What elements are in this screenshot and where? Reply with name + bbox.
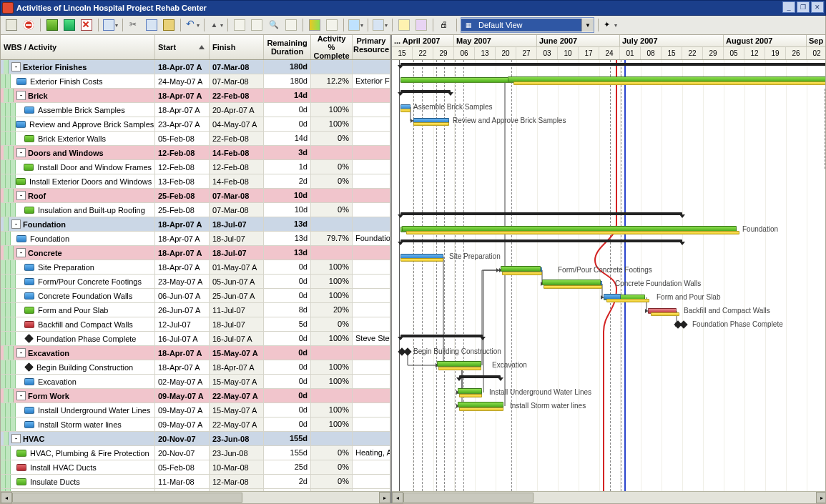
close-button[interactable]: ✕ <box>811 1 824 13</box>
col-remaining[interactable]: RemainingDuration <box>264 35 311 59</box>
activity-row[interactable]: Install Exterior Doors and Windows13-Feb… <box>1 174 390 189</box>
col-pct-complete[interactable]: Activity %Complete <box>311 35 353 59</box>
right-h-scrollbar[interactable]: ◂ ▸ <box>392 491 825 503</box>
month-header[interactable]: Sep <box>807 35 825 47</box>
gantt-bar[interactable] <box>400 63 825 66</box>
activity-row[interactable]: Install Storm water lines09-May-07 A22-M… <box>1 417 390 432</box>
gantt-bar[interactable] <box>400 109 410 112</box>
expand-toggle[interactable]: - <box>16 391 26 400</box>
wbs-row[interactable]: -HVAC20-Nov-0723-Jun-08155d <box>1 432 390 446</box>
wbs-row[interactable]: -Concrete18-Apr-07 A18-Jul-0713d <box>1 246 390 260</box>
activity-row[interactable]: Concrete Foundation Walls06-Jun-07 A25-J… <box>1 289 390 303</box>
gantt-bar[interactable] <box>400 239 682 242</box>
gantt-bar[interactable] <box>542 280 601 285</box>
week-header[interactable]: 02 <box>807 47 825 59</box>
week-header[interactable]: 06 <box>454 47 475 59</box>
activity-row[interactable]: Install HVAC Ducts05-Feb-0810-Mar-0825d0… <box>1 460 390 475</box>
week-header[interactable]: 08 <box>641 47 662 59</box>
left-h-scrollbar[interactable]: ◂ ▸ <box>1 491 390 503</box>
week-header[interactable]: 20 <box>496 47 516 59</box>
col-wbs[interactable]: WBS / Activity <box>1 35 155 59</box>
gantt-bar[interactable] <box>459 394 482 397</box>
gantt-bar[interactable] <box>459 407 503 411</box>
wbs-row[interactable]: -Foundation18-Apr-07 A18-Jul-0713d <box>1 217 390 232</box>
wbs-row[interactable]: -Brick18-Apr-07 A22-Feb-0814d <box>1 89 390 103</box>
gantt-bar[interactable] <box>458 388 482 394</box>
week-header[interactable]: 19 <box>765 47 786 59</box>
activity-row[interactable]: Assemble Brick Samples18-Apr-07 A20-Apr-… <box>1 103 390 117</box>
expand-toggle[interactable]: - <box>16 91 26 100</box>
week-header[interactable]: 10 <box>558 47 579 59</box>
activity-row[interactable]: Site Preparation18-Apr-07 A01-May-07 A0d… <box>1 260 390 275</box>
gantt-bar[interactable] <box>513 81 825 85</box>
week-header[interactable]: 24 <box>599 47 620 59</box>
scroll-left-icon[interactable]: ◂ <box>1 492 12 503</box>
copy-button[interactable]: ▾ <box>102 17 119 33</box>
week-header[interactable]: 29 <box>433 47 454 59</box>
activity-row[interactable]: Install Door and Window Frames12-Feb-081… <box>1 160 390 174</box>
col-finish[interactable]: Finish <box>210 35 264 59</box>
expand-toggle[interactable]: - <box>11 219 21 229</box>
gantt-bar[interactable] <box>501 266 541 272</box>
expand-button[interactable] <box>232 17 247 33</box>
schedule-button[interactable]: ▾ <box>348 17 364 33</box>
print-button[interactable] <box>437 17 453 33</box>
week-header[interactable]: 22 <box>413 47 433 59</box>
expand-toggle[interactable]: - <box>11 434 21 443</box>
expand-toggle[interactable]: - <box>11 62 21 71</box>
wbs-row[interactable]: -Doors and Windows12-Feb-0814-Feb-083d <box>1 146 390 160</box>
wbs-row[interactable]: -Form Work09-May-07 A22-May-07 A0d <box>1 389 390 403</box>
wbs-row[interactable]: -Exterior Finishes18-Apr-07 A07-Mar-0818… <box>1 60 390 74</box>
gantt-bar[interactable] <box>406 231 739 234</box>
activity-row[interactable]: Insulate Ducts11-Mar-0812-Mar-082d0% <box>1 475 390 489</box>
add-child-button[interactable] <box>62 17 77 33</box>
zoom-in-button[interactable] <box>266 17 282 33</box>
gantt-bar[interactable] <box>459 375 501 378</box>
month-header[interactable]: ... April 2007 <box>392 35 454 47</box>
expand-toggle[interactable]: - <box>16 191 26 200</box>
gantt-bar[interactable] <box>400 335 483 337</box>
week-header[interactable]: 17 <box>579 47 599 59</box>
gantt-bar[interactable] <box>651 312 679 316</box>
cancel-button[interactable] <box>21 17 36 33</box>
col-start[interactable]: Start <box>155 35 210 59</box>
gantt-bar[interactable] <box>438 367 481 370</box>
gantt-bar[interactable] <box>400 258 443 262</box>
collapse-button[interactable] <box>249 17 265 33</box>
gantt-bar[interactable] <box>458 402 503 407</box>
month-header[interactable]: August 2007 <box>724 35 807 47</box>
move-up-button[interactable]: ▾ <box>208 17 224 33</box>
month-header[interactable]: May 2007 <box>454 35 537 47</box>
week-header[interactable]: 12 <box>744 47 765 59</box>
week-header[interactable]: 29 <box>703 47 724 59</box>
activity-row[interactable]: Brick Exterior Walls05-Feb-0822-Feb-0814… <box>1 132 390 146</box>
week-header[interactable]: 13 <box>475 47 496 59</box>
week-header[interactable]: 26 <box>786 47 807 59</box>
filter-button[interactable] <box>396 17 412 33</box>
expand-toggle[interactable]: - <box>16 248 26 257</box>
gantt-bar[interactable] <box>606 299 649 302</box>
col-primary-resource[interactable]: PrimaryResource <box>353 35 390 59</box>
gantt-bar[interactable] <box>400 90 451 93</box>
week-header[interactable]: 15 <box>662 47 682 59</box>
week-header[interactable]: 27 <box>516 47 537 59</box>
activity-row[interactable]: Begin Building Construction18-Apr-07 A18… <box>1 360 390 375</box>
scroll-right-icon[interactable]: ▸ <box>816 492 825 503</box>
expand-toggle[interactable]: - <box>16 348 26 357</box>
week-header[interactable]: 03 <box>537 47 558 59</box>
gantt-bar[interactable] <box>502 272 542 275</box>
scroll-thumb[interactable] <box>403 493 534 503</box>
wbs-row[interactable]: -Roof25-Feb-0807-Mar-0810d <box>1 189 390 203</box>
progress-spotlight-button[interactable] <box>307 17 323 33</box>
paste-button[interactable] <box>161 17 177 33</box>
activity-row[interactable]: HVAC, Plumbing & Fire Protection20-Nov-0… <box>1 446 390 460</box>
month-header[interactable]: June 2007 <box>537 35 620 47</box>
tools-button[interactable]: ✦▾ <box>602 17 618 33</box>
copy2-button[interactable] <box>144 17 159 33</box>
gantt-bar[interactable] <box>544 285 602 289</box>
relationships-button[interactable] <box>324 17 340 33</box>
month-header[interactable]: July 2007 <box>620 35 724 47</box>
activity-row[interactable]: Form and Pour Slab26-Jun-07 A11-Jul-078d… <box>1 303 390 317</box>
activity-row[interactable]: Excavation02-May-07 A15-May-07 A0d100% <box>1 375 390 389</box>
wizard-button[interactable] <box>413 17 429 33</box>
